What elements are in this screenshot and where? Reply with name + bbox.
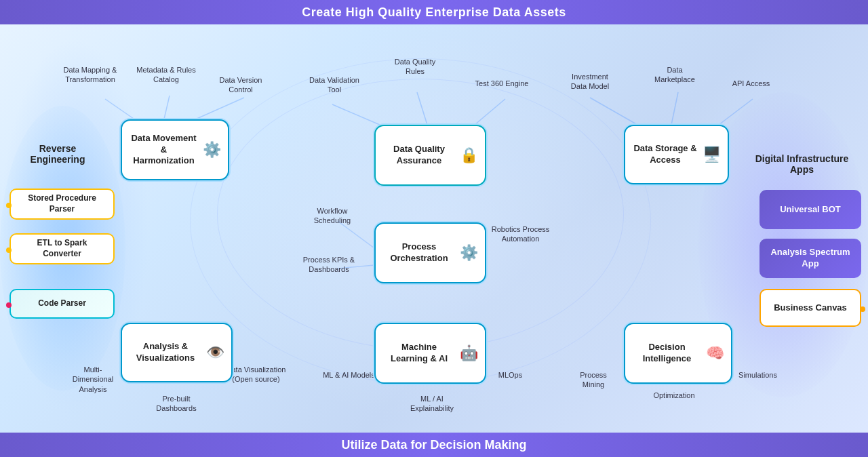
dot-code-parser [6,302,12,308]
right-box-business-canvas[interactable]: Business Canvas [760,289,861,327]
right-box-universal-bot-text: Universal BOT [780,204,841,216]
feature-data-quality-icon: 🔒 [460,146,478,164]
feature-decision-icon: 🧠 [706,344,724,362]
label-ml-ai-models: ML & AI Models [320,370,378,380]
svg-line-7 [671,92,678,125]
label-data-visualization: Data Visualization (Open source) [224,365,288,384]
feature-ml-icon: 🤖 [460,344,478,362]
feature-data-storage-text: Data Storage & Access [632,143,698,166]
label-robotics: Robotics Process Automation [488,224,553,244]
label-process-mining: Process Mining [570,370,617,390]
left-box-code-parser[interactable]: Code Parser [9,289,115,319]
dot-etl-spark [6,247,12,253]
left-box-stored-procedure-text: Stored Procedure Parser [19,193,105,214]
label-data-mapping: Data Mapping & Transformation [60,65,121,85]
label-simulations: Simulations [732,370,783,380]
feature-data-quality-text: Data Quality Assurance [382,144,456,167]
dot-business-canvas [860,306,865,312]
top-banner-text: Create High Quality Enterprise Data Asse… [302,5,566,20]
feature-data-movement[interactable]: Data Movement & Harmonization ⚙️ [121,119,229,180]
feature-analysis-viz[interactable]: Analysis & Visualizations 👁️ [121,323,233,382]
left-box-stored-procedure[interactable]: Stored Procedure Parser [9,188,115,220]
label-optimization: Optimization [647,391,701,400]
digital-infrastructure-header: Digital Infrastructure Apps [743,153,861,175]
label-data-version: Data Version Control [214,75,268,95]
feature-data-quality[interactable]: Data Quality Assurance 🔒 [374,125,486,186]
feature-process-orchestration[interactable]: Process Orchestration ⚙️ [374,222,486,283]
dot-stored-procedure [6,203,12,208]
reverse-engineering-header: Reverse Engineering [14,143,102,165]
label-workflow: Workflow Scheduling [302,206,363,226]
feature-process-text: Process Orchestration [382,241,456,264]
label-api-access: API Access [729,79,773,88]
feature-machine-learning[interactable]: Machine Learning & AI 🤖 [374,323,486,384]
right-box-universal-bot[interactable]: Universal BOT [760,190,861,229]
feature-process-icon: ⚙️ [460,244,478,262]
label-ml-explainability: ML / AI Explainability [401,394,462,414]
feature-analysis-viz-text: Analysis & Visualizations [129,341,202,364]
label-metadata-rules: Metadata & Rules Catalog [132,65,200,85]
feature-ml-text: Machine Learning & AI [382,342,456,365]
label-mlops: MLOps [488,370,532,380]
feature-decision-text: Decision Intelligence [632,342,702,365]
left-box-etl-spark-text: ETL to Spark Converter [19,238,105,259]
label-data-marketplace: Data Marketplace [648,65,702,85]
right-box-business-canvas-text: Business Canvas [774,302,847,314]
feature-analysis-viz-icon: 👁️ [206,344,224,361]
label-data-validation: Data Validation Tool [304,75,365,95]
label-process-kpis: Process KPIs & Dashboards [298,255,359,275]
top-banner: Create High Quality Enterprise Data Asse… [0,0,868,24]
left-box-code-parser-text: Code Parser [38,298,86,309]
label-multi-dimensional: Multi-Dimensional Analysis [66,365,120,394]
right-box-analysis-spectrum-text: Analysis Spectrum App [769,247,852,270]
main-content: Data Mapping & Transformation Metadata &… [0,24,868,433]
feature-data-storage[interactable]: Data Storage & Access 🖥️ [624,125,729,184]
label-investment-data: Investment Data Model [563,72,617,92]
bottom-banner: Utilize Data for Decision Making [0,433,868,457]
label-pre-built: Pre-built Dashboards [146,394,207,414]
label-data-quality-rules: Data Quality Rules [384,57,446,77]
feature-data-movement-text: Data Movement & Harmonization [129,133,199,167]
feature-data-movement-icon: ⚙️ [203,141,221,159]
left-box-etl-spark[interactable]: ETL to Spark Converter [9,233,115,264]
label-test-360: Test 360 Engine [475,79,529,88]
feature-decision-intelligence[interactable]: Decision Intelligence 🧠 [624,323,732,384]
right-box-analysis-spectrum[interactable]: Analysis Spectrum App [760,239,861,278]
feature-data-storage-icon: 🖥️ [703,146,721,163]
bottom-banner-text: Utilize Data for Decision Making [341,438,526,452]
